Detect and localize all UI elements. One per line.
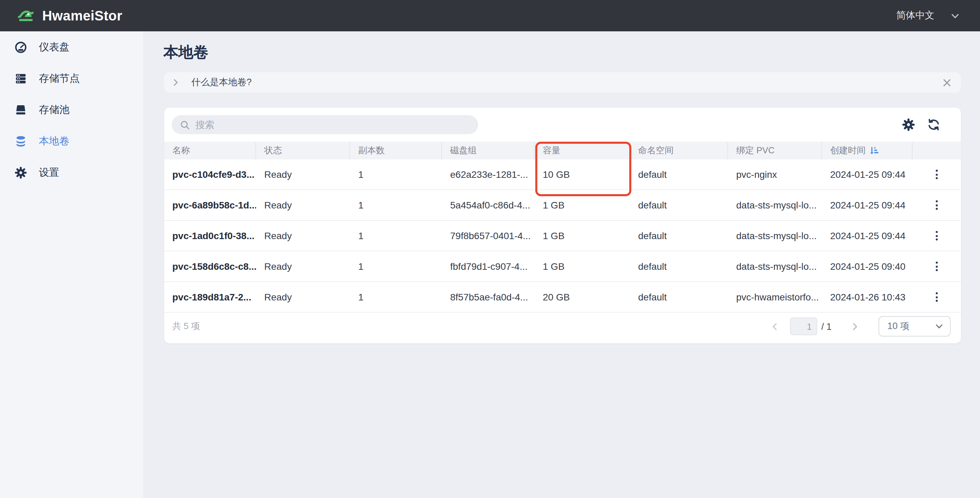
volume-replicas-cell: 1 bbox=[350, 221, 442, 251]
volume-created-at-cell: 2024-01-25 09:44 bbox=[822, 190, 913, 220]
volume-disk-group-cell: e62a233e-1281-... bbox=[442, 159, 535, 189]
table-toolbar bbox=[164, 108, 961, 142]
sidebar-item-storage-pools[interactable]: 存储池 bbox=[0, 94, 143, 125]
column-header-replicas[interactable]: 副本数 bbox=[350, 142, 442, 159]
volume-name-cell[interactable]: pvc-1ad0c1f0-38... bbox=[164, 221, 256, 251]
volume-bound-pvc-cell: pvc-hwameistorfo... bbox=[728, 282, 822, 312]
sidebar-item-label: 本地卷 bbox=[39, 135, 70, 148]
sidebar-item-label: 设置 bbox=[39, 166, 59, 179]
volume-capacity-cell: 1 GB bbox=[535, 251, 630, 282]
volume-capacity-cell: 1 GB bbox=[535, 221, 630, 251]
volume-disk-group-cell: 5a454af0-c86d-4... bbox=[442, 190, 535, 220]
volume-name-cell[interactable]: pvc-189d81a7-2... bbox=[164, 282, 256, 312]
volume-actions-cell bbox=[913, 190, 961, 220]
page-number-input[interactable] bbox=[790, 317, 817, 335]
sidebar-item-dashboard[interactable]: 仪表盘 bbox=[0, 31, 143, 63]
volume-disk-group-cell: 79f8b657-0401-4... bbox=[442, 221, 535, 251]
storage-pool-icon bbox=[14, 103, 27, 116]
volume-name-cell[interactable]: pvc-6a89b58c-1d... bbox=[164, 190, 256, 220]
row-actions-menu-icon[interactable] bbox=[933, 167, 940, 182]
column-header-status[interactable]: 状态 bbox=[256, 142, 350, 159]
chevron-down-icon bbox=[951, 11, 959, 20]
column-header-disk-group[interactable]: 磁盘组 bbox=[442, 142, 535, 159]
close-icon[interactable] bbox=[943, 78, 951, 87]
volume-bound-pvc-cell: pvc-nginx bbox=[728, 159, 822, 189]
app-root: HwameiStor 简体中文 仪表盘 存储节点 存储池 bbox=[0, 0, 980, 498]
volume-capacity-cell: 10 GB bbox=[535, 159, 630, 189]
volume-replicas-cell: 1 bbox=[350, 159, 442, 189]
next-page-icon[interactable] bbox=[851, 322, 859, 331]
language-switcher[interactable]: 简体中文 bbox=[896, 10, 959, 22]
brand[interactable]: HwameiStor bbox=[18, 7, 122, 24]
search-box[interactable] bbox=[172, 115, 478, 134]
table-row[interactable]: pvc-158d6c8c-c8... Ready 1 fbfd79d1-c907… bbox=[164, 251, 961, 282]
page-size-select[interactable]: 10 项 bbox=[878, 316, 951, 337]
row-actions-menu-icon[interactable] bbox=[933, 290, 940, 304]
refresh-icon[interactable] bbox=[927, 118, 940, 132]
search-icon bbox=[180, 119, 190, 130]
table-row[interactable]: pvc-189d81a7-2... Ready 1 8f57b5ae-fa0d-… bbox=[164, 282, 961, 313]
column-header-actions bbox=[913, 142, 961, 159]
brand-name: HwameiStor bbox=[42, 8, 122, 24]
volume-actions-cell bbox=[913, 159, 961, 189]
column-header-created-at-label: 创建时间 bbox=[830, 145, 865, 157]
sidebar-item-label: 仪表盘 bbox=[39, 41, 70, 54]
page-size-value: 10 项 bbox=[888, 320, 910, 333]
pagination-total: 共 5 项 bbox=[172, 320, 200, 333]
sort-descending-icon[interactable] bbox=[870, 146, 878, 155]
database-icon bbox=[14, 135, 27, 148]
volume-actions-cell bbox=[913, 251, 961, 282]
sidebar-item-storage-nodes[interactable]: 存储节点 bbox=[0, 63, 143, 94]
volume-name-cell[interactable]: pvc-158d6c8c-c8... bbox=[164, 251, 256, 282]
volume-namespace-cell: default bbox=[630, 159, 728, 189]
chevron-right-icon[interactable] bbox=[172, 78, 180, 86]
column-settings-gear-icon[interactable] bbox=[902, 118, 915, 132]
volume-name-cell[interactable]: pvc-c104cfe9-d3... bbox=[164, 159, 256, 189]
volume-bound-pvc-cell: data-sts-mysql-lo... bbox=[728, 251, 822, 282]
hwameistor-logo-icon bbox=[18, 7, 35, 24]
sidebar-item-label: 存储池 bbox=[39, 103, 70, 116]
table-row[interactable]: pvc-1ad0c1f0-38... Ready 1 79f8b657-0401… bbox=[164, 221, 961, 251]
main-content: 本地卷 什么是本地卷? bbox=[143, 31, 980, 498]
sidebar-item-settings[interactable]: 设置 bbox=[0, 157, 143, 188]
column-header-name[interactable]: 名称 bbox=[164, 142, 256, 159]
dashboard-gauge-icon bbox=[14, 41, 27, 54]
volume-status-cell: Ready bbox=[256, 251, 350, 282]
volume-created-at-cell: 2024-01-25 09:40 bbox=[822, 251, 913, 282]
column-header-capacity[interactable]: 容量 bbox=[535, 142, 630, 159]
table-row[interactable]: pvc-6a89b58c-1d... Ready 1 5a454af0-c86d… bbox=[164, 190, 961, 221]
previous-page-icon[interactable] bbox=[770, 322, 779, 331]
page-title: 本地卷 bbox=[164, 42, 208, 63]
volume-created-at-cell: 2024-01-25 09:44 bbox=[822, 159, 913, 189]
table-row[interactable]: pvc-c104cfe9-d3... Ready 1 e62a233e-1281… bbox=[164, 159, 961, 190]
sidebar-item-local-volumes[interactable]: 本地卷 bbox=[0, 125, 143, 157]
volume-replicas-cell: 1 bbox=[350, 190, 442, 220]
row-actions-menu-icon[interactable] bbox=[933, 228, 940, 243]
column-header-created-at[interactable]: 创建时间 bbox=[822, 142, 913, 159]
toolbar-actions bbox=[902, 118, 940, 132]
volume-bound-pvc-cell: data-sts-mysql-lo... bbox=[728, 190, 822, 220]
volume-created-at-cell: 2024-01-26 10:43 bbox=[822, 282, 913, 312]
help-banner-question: 什么是本地卷? bbox=[191, 76, 251, 89]
row-actions-menu-icon[interactable] bbox=[933, 197, 940, 213]
pagination-controls: / 1 10 项 bbox=[770, 316, 951, 337]
volume-status-cell: Ready bbox=[256, 221, 350, 251]
volume-namespace-cell: default bbox=[630, 251, 728, 282]
help-banner[interactable]: 什么是本地卷? bbox=[164, 72, 961, 93]
volume-replicas-cell: 1 bbox=[350, 251, 442, 282]
volumes-card: 名称 状态 副本数 磁盘组 容量 命名空间 绑定 PVC 创建时间 pvc-c1… bbox=[164, 108, 961, 344]
volume-disk-group-cell: 8f57b5ae-fa0d-4... bbox=[442, 282, 535, 312]
column-header-bound-pvc[interactable]: 绑定 PVC bbox=[728, 142, 822, 159]
volume-actions-cell bbox=[913, 282, 961, 312]
chevron-down-icon bbox=[935, 322, 943, 330]
column-header-namespace[interactable]: 命名空间 bbox=[630, 142, 728, 159]
volume-namespace-cell: default bbox=[630, 221, 728, 251]
volume-status-cell: Ready bbox=[256, 282, 350, 312]
search-input[interactable] bbox=[196, 119, 470, 130]
volume-created-at-cell: 2024-01-25 09:44 bbox=[822, 221, 913, 251]
volume-status-cell: Ready bbox=[256, 190, 350, 220]
volume-capacity-cell: 1 GB bbox=[535, 190, 630, 220]
row-actions-menu-icon[interactable] bbox=[933, 259, 940, 274]
volume-status-cell: Ready bbox=[256, 159, 350, 189]
volume-disk-group-cell: fbfd79d1-c907-4... bbox=[442, 251, 535, 282]
